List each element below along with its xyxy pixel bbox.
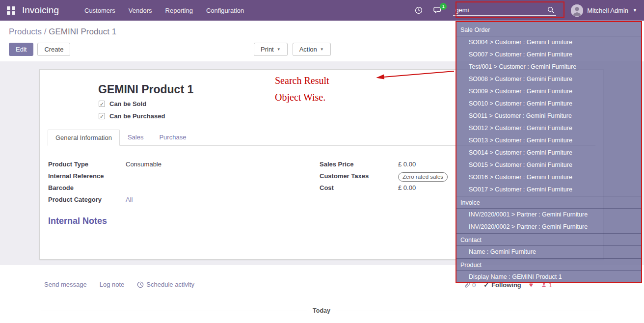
search-result-item[interactable]: SO015 > Customer : Gemini Furniture bbox=[456, 159, 641, 171]
search-result-item[interactable]: SO014 > Customer : Gemini Furniture bbox=[456, 147, 641, 159]
divider-line bbox=[41, 311, 307, 311]
print-dropdown-button[interactable]: Print▼ bbox=[254, 43, 288, 56]
result-group-product: Product Display Name : GEMINI Product 1 bbox=[456, 258, 641, 283]
can-be-purchased-label: Can be Purchased bbox=[109, 112, 165, 120]
chevron-down-icon: ▼ bbox=[633, 8, 637, 13]
search-input[interactable] bbox=[453, 5, 556, 16]
screen: Invoicing Customers Vendors Reporting Co… bbox=[0, 0, 644, 323]
search-result-item[interactable]: Test/001 > Customer : Gemini Furniture bbox=[456, 61, 641, 73]
breadcrumb-separator: / bbox=[42, 27, 49, 36]
apps-grid-icon[interactable] bbox=[7, 6, 15, 15]
search-result-item[interactable]: SO007 > Customer : Gemini Furniture bbox=[456, 49, 641, 61]
chatter-actions: Send message Log note Schedule activity bbox=[44, 281, 194, 288]
tab-sales[interactable]: Sales bbox=[120, 129, 152, 145]
search-results-dropdown: Sale Order SO004 > Customer : Gemini Fur… bbox=[456, 21, 642, 283]
center-actions: Print▼ Action▼ bbox=[254, 43, 331, 56]
customer-tax-badge[interactable]: Zero rated sales bbox=[398, 172, 448, 182]
menu-configuration[interactable]: Configuration bbox=[206, 7, 244, 14]
field-product-type: Product Type Consumable bbox=[48, 161, 244, 170]
create-button[interactable]: Create bbox=[37, 43, 70, 56]
schedule-activity-button[interactable]: Schedule activity bbox=[137, 281, 194, 288]
menu-customers[interactable]: Customers bbox=[84, 7, 115, 14]
field-product-category: Product Category All bbox=[48, 196, 244, 205]
field-label: Internal Reference bbox=[48, 172, 126, 180]
today-divider: Today bbox=[41, 307, 602, 314]
clock-icon bbox=[137, 281, 144, 288]
today-label: Today bbox=[307, 307, 336, 314]
result-group-header: Invoice bbox=[456, 196, 641, 209]
field-value: £ 0.00 bbox=[398, 161, 416, 168]
result-group-header: Contact bbox=[456, 233, 641, 246]
checkbox-checked-icon[interactable]: ✓ bbox=[99, 101, 105, 107]
send-message-button[interactable]: Send message bbox=[44, 281, 87, 288]
search-icon[interactable] bbox=[547, 6, 554, 15]
top-menu: Customers Vendors Reporting Configuratio… bbox=[84, 7, 244, 14]
search-result-item[interactable]: SO017 > Customer : Gemini Furniture bbox=[456, 184, 641, 196]
user-menu[interactable]: Mitchell Admin ▼ bbox=[571, 4, 637, 17]
topbar: Invoicing Customers Vendors Reporting Co… bbox=[0, 0, 644, 21]
annotation-line1: Search Result bbox=[275, 72, 329, 89]
breadcrumb-current: GEMINI Product 1 bbox=[49, 27, 116, 36]
fields-left-column: Product Type Consumable Internal Referen… bbox=[48, 161, 244, 208]
tab-purchase[interactable]: Purchase bbox=[151, 129, 194, 145]
field-label: Product Category bbox=[48, 196, 126, 203]
field-barcode: Barcode bbox=[48, 184, 244, 193]
field-internal-reference: Internal Reference bbox=[48, 172, 244, 182]
field-value: £ 0.00 bbox=[398, 184, 416, 191]
chevron-down-icon: ▼ bbox=[277, 47, 281, 52]
action-dropdown-button[interactable]: Action▼ bbox=[293, 43, 331, 56]
checkbox-checked-icon[interactable]: ✓ bbox=[99, 113, 105, 119]
field-label: Cost bbox=[320, 184, 398, 191]
search-result-item[interactable]: SO004 > Customer : Gemini Furniture bbox=[456, 36, 641, 49]
log-note-button[interactable]: Log note bbox=[100, 281, 125, 288]
global-search bbox=[453, 5, 556, 16]
product-title: GEMINI Product 1 bbox=[98, 83, 193, 96]
search-result-item[interactable]: SO013 > Customer : Gemini Furniture bbox=[456, 135, 641, 147]
can-be-sold-label: Can be Sold bbox=[109, 100, 146, 108]
can-be-sold-checkbox-row: ✓ Can be Sold bbox=[99, 100, 146, 108]
menu-reporting[interactable]: Reporting bbox=[165, 7, 193, 14]
annotation-arrow-icon bbox=[369, 68, 456, 82]
can-be-purchased-checkbox-row: ✓ Can be Purchased bbox=[99, 112, 165, 120]
messages-badge: 1 bbox=[440, 3, 447, 10]
user-name: Mitchell Admin bbox=[587, 7, 628, 14]
app-name[interactable]: Invoicing bbox=[22, 5, 59, 16]
result-group-header: Sale Order bbox=[456, 24, 641, 36]
product-category-link[interactable]: All bbox=[126, 196, 133, 203]
tab-general-information[interactable]: General Information bbox=[48, 130, 120, 146]
messages-icon[interactable]: 1 bbox=[433, 6, 442, 14]
search-result-item[interactable]: Name : Gemini Furniture bbox=[456, 246, 641, 258]
avatar bbox=[571, 4, 583, 17]
result-group-header: Product bbox=[456, 258, 641, 271]
breadcrumb-products-link[interactable]: Products bbox=[9, 27, 42, 36]
annotation-text: Search Result Object Wise. bbox=[275, 72, 329, 106]
search-result-item[interactable]: SO009 > Customer : Gemini Furniture bbox=[456, 85, 641, 98]
result-group-sale-order: Sale Order SO004 > Customer : Gemini Fur… bbox=[456, 24, 641, 196]
search-result-item[interactable]: SO011 > Customer : Gemini Furniture bbox=[456, 110, 641, 122]
edit-button[interactable]: Edit bbox=[9, 43, 33, 56]
search-result-item[interactable]: SO012 > Customer : Gemini Furniture bbox=[456, 122, 641, 135]
topbar-right: 1 Mitchell Admin ▼ bbox=[415, 4, 637, 17]
result-group-contact: Contact Name : Gemini Furniture bbox=[456, 233, 641, 258]
annotation-line2: Object Wise. bbox=[275, 89, 329, 106]
result-group-invoice: Invoice INV/2020/0001 > Partner : Gemini… bbox=[456, 196, 641, 233]
chevron-down-icon: ▼ bbox=[320, 47, 324, 52]
field-label: Barcode bbox=[48, 184, 126, 191]
search-result-item[interactable]: INV/2020/0001 > Partner : Gemini Furnitu… bbox=[456, 209, 641, 221]
search-result-item[interactable]: Display Name : GEMINI Product 1 bbox=[456, 271, 641, 283]
activities-clock-icon[interactable] bbox=[415, 6, 423, 14]
field-label: Sales Price bbox=[320, 161, 398, 168]
field-label: Customer Taxes bbox=[320, 172, 398, 180]
menu-vendors[interactable]: Vendors bbox=[129, 7, 152, 14]
search-result-item[interactable]: INV/2020/0002 > Partner : Gemini Furnitu… bbox=[456, 221, 641, 233]
internal-notes-heading: Internal Notes bbox=[48, 216, 107, 226]
record-buttons: Edit Create bbox=[9, 43, 70, 56]
divider-line bbox=[336, 311, 602, 311]
search-result-item[interactable]: SO016 > Customer : Gemini Furniture bbox=[456, 171, 641, 184]
breadcrumb: Products / GEMINI Product 1 bbox=[9, 27, 116, 37]
search-result-item[interactable]: SO008 > Customer : Gemini Furniture bbox=[456, 73, 641, 85]
search-result-item[interactable]: SO010 > Customer : Gemini Furniture bbox=[456, 98, 641, 110]
field-label: Product Type bbox=[48, 161, 126, 168]
field-value: Consumable bbox=[126, 161, 161, 168]
